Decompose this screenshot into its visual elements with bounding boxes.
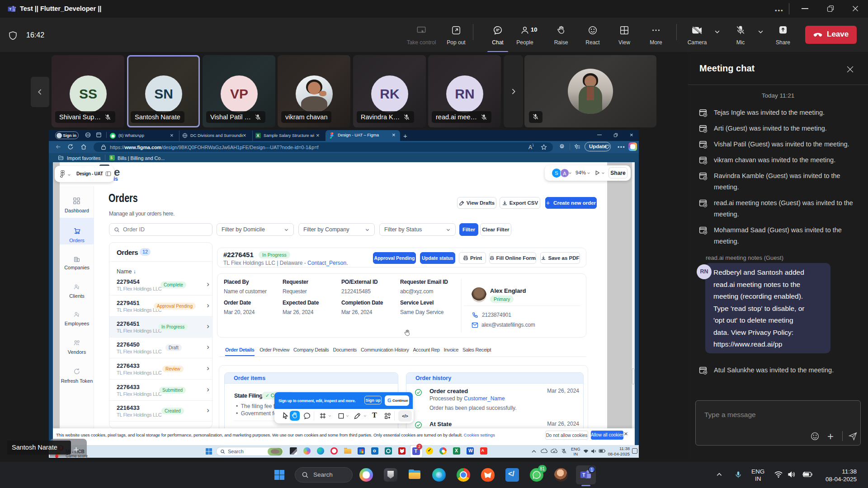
svg-text:T: T bbox=[582, 473, 585, 478]
svg-text:T: T bbox=[9, 7, 11, 11]
